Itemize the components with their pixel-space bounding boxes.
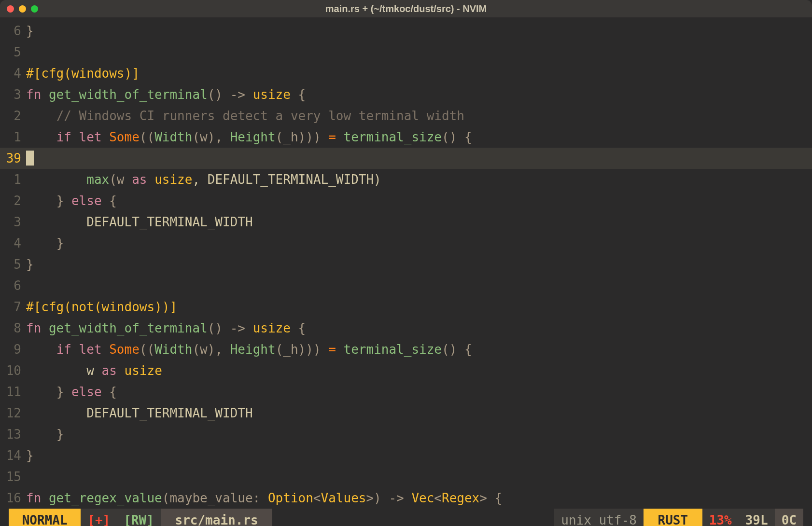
code-token: } xyxy=(56,427,64,442)
code-line[interactable]: 3 DEFAULT_TERMINAL_WIDTH xyxy=(0,211,812,233)
code-token xyxy=(26,275,812,296)
line-number: 6 xyxy=(0,20,26,42)
code-token: fn xyxy=(26,87,41,102)
cursor-icon xyxy=(26,151,34,166)
code-token: as xyxy=(132,172,147,187)
code-token: usize xyxy=(125,363,162,378)
line-number: 12 xyxy=(0,402,26,424)
line-number: 10 xyxy=(0,360,26,381)
code-token: terminal_size xyxy=(344,342,442,357)
code-line[interactable]: 14 } xyxy=(0,445,812,466)
code-line[interactable]: 16 fn get_regex_value(maybe_value: Optio… xyxy=(0,487,812,509)
code-token: Some xyxy=(109,342,140,357)
code-line[interactable]: 9 if let Some((Width(w), Height(_h))) = … xyxy=(0,339,812,360)
zoom-icon[interactable] xyxy=(31,5,38,13)
code-token: w xyxy=(86,363,101,378)
code-line[interactable]: 4 } xyxy=(0,233,812,254)
code-token: , DEFAULT_TERMINAL_WIDTH) xyxy=(192,172,381,187)
code-line[interactable]: 5 } xyxy=(0,254,812,275)
code-token: else xyxy=(71,385,102,399)
code-line[interactable]: 2 // Windows CI runners detect a very lo… xyxy=(0,105,812,126)
code-token: (w), xyxy=(192,130,230,144)
code-token: if xyxy=(56,342,71,357)
code-line[interactable]: 13 } xyxy=(0,424,812,445)
code-line[interactable]: 15 xyxy=(0,466,812,487)
code-indent xyxy=(26,406,86,420)
code-indent xyxy=(26,194,56,208)
code-token: usize xyxy=(154,172,192,187)
line-number: 1 xyxy=(0,126,26,148)
code-line[interactable]: 5 xyxy=(0,42,812,63)
code-token: Some xyxy=(109,130,140,144)
code-token: = xyxy=(328,342,336,357)
line-number: 16 xyxy=(0,487,26,509)
editor-area[interactable]: 6 } 5 4 #[cfg(windows)] 3 fn get_width_o… xyxy=(0,17,812,509)
code-line[interactable]: 4 #[cfg(windows)] xyxy=(0,63,812,84)
status-modified: [+] xyxy=(81,509,117,526)
code-token: { xyxy=(291,87,306,102)
close-icon[interactable] xyxy=(7,5,14,13)
status-mode: NORMAL xyxy=(9,509,81,526)
line-number: 4 xyxy=(0,233,26,254)
status-filename: src/main.rs xyxy=(161,509,273,526)
line-number: 13 xyxy=(0,424,26,445)
code-token: Vec xyxy=(411,491,434,505)
status-encoding: unix utf-8 xyxy=(554,509,644,526)
code-token: #[cfg(not(windows))] xyxy=(26,300,177,314)
code-token xyxy=(26,42,812,63)
code-line[interactable]: 1 max(w as usize, DEFAULT_TERMINAL_WIDTH… xyxy=(0,169,812,190)
code-token: let xyxy=(79,342,102,357)
line-number: 5 xyxy=(0,254,26,275)
line-number: 7 xyxy=(0,296,26,318)
code-indent xyxy=(26,342,56,357)
code-token: terminal_size xyxy=(344,130,442,144)
code-indent xyxy=(26,172,86,187)
status-col: 0C xyxy=(775,509,803,526)
code-token: { xyxy=(291,321,306,335)
code-line[interactable]: 6 xyxy=(0,275,812,296)
code-token: get_width_of_terminal xyxy=(49,87,208,102)
code-token: (( xyxy=(140,342,154,357)
line-number: 1 xyxy=(0,169,26,190)
code-indent xyxy=(26,109,56,123)
code-line-current[interactable]: 39 xyxy=(0,148,812,169)
code-token: (w), xyxy=(192,342,230,357)
code-line[interactable]: 8 fn get_width_of_terminal() -> usize { xyxy=(0,318,812,339)
code-token: > { xyxy=(479,491,502,505)
line-number: 9 xyxy=(0,339,26,360)
code-token: } xyxy=(56,236,64,250)
line-number: 15 xyxy=(0,466,26,487)
code-token: (w xyxy=(109,172,132,187)
line-number: 3 xyxy=(0,211,26,233)
code-line[interactable]: 2 } else { xyxy=(0,190,812,211)
code-line[interactable]: 11 } else { xyxy=(0,381,812,402)
line-number: 14 xyxy=(0,445,26,466)
code-token: max xyxy=(86,172,109,187)
code-token: } xyxy=(56,385,64,399)
code-line[interactable]: 10 w as usize xyxy=(0,360,812,381)
code-token: fn xyxy=(26,491,41,505)
code-token: -> xyxy=(223,321,253,335)
code-line[interactable]: 7 #[cfg(not(windows))] xyxy=(0,296,812,318)
code-token: = xyxy=(328,130,336,144)
window-controls xyxy=(7,5,38,13)
line-number: 3 xyxy=(0,84,26,105)
code-token: let xyxy=(79,130,102,144)
status-spacer xyxy=(272,509,554,526)
code-token: Height xyxy=(230,342,276,357)
code-line[interactable]: 12 DEFAULT_TERMINAL_WIDTH xyxy=(0,402,812,424)
code-token: Width xyxy=(154,130,192,144)
code-token: Values xyxy=(321,491,366,505)
code-token: as xyxy=(102,363,117,378)
code-token: (_h))) xyxy=(276,130,329,144)
code-token: } xyxy=(26,448,34,463)
code-line[interactable]: 6 } xyxy=(0,20,812,42)
code-token: } xyxy=(26,257,34,272)
code-line[interactable]: 3 fn get_width_of_terminal() -> usize { xyxy=(0,84,812,105)
code-token: (_h))) xyxy=(276,342,329,357)
terminal-window: main.rs + (~/tmkoc/dust/src) - NVIM 6 } … xyxy=(0,0,812,526)
code-line[interactable]: 1 if let Some((Width(w), Height(_h))) = … xyxy=(0,126,812,148)
minimize-icon[interactable] xyxy=(19,5,26,13)
code-token: fn xyxy=(26,321,41,335)
code-token: < xyxy=(313,491,321,505)
